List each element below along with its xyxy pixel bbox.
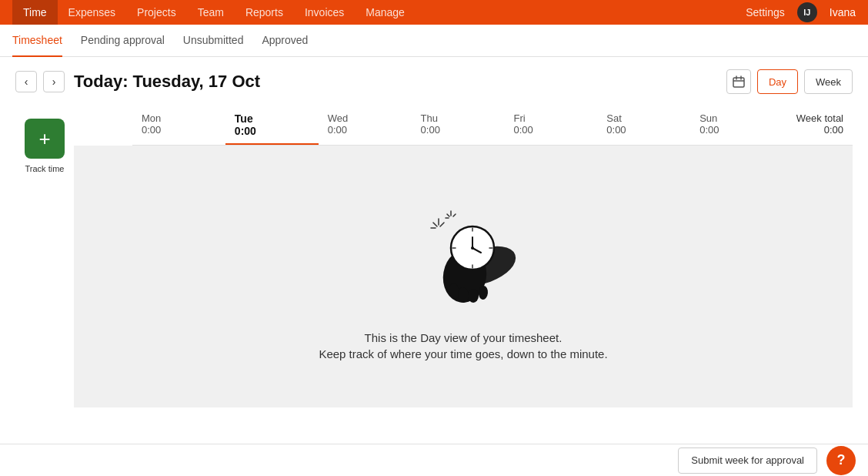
week-total: Week total 0:00	[783, 106, 853, 145]
day-wed-time: 0:00	[328, 124, 402, 136]
main-content: ‹ › Today: Tuesday, 17 Oct Day Week +	[0, 57, 868, 420]
day-thu[interactable]: Thu 0:00	[412, 106, 505, 145]
day-sat[interactable]: Sat 0:00	[597, 106, 690, 145]
day-thu-name: Thu	[421, 112, 496, 124]
prev-day-button[interactable]: ‹	[15, 71, 37, 92]
nav-item-team[interactable]: Team	[187, 0, 235, 25]
svg-line-10	[447, 214, 449, 216]
tab-unsubmitted[interactable]: Unsubmitted	[183, 25, 244, 57]
empty-state-line1: This is the Day view of your timesheet.	[365, 331, 563, 344]
svg-line-6	[433, 223, 437, 226]
nav-item-invoices[interactable]: Invoices	[294, 0, 355, 25]
day-tue-time: 0:00	[235, 125, 309, 137]
settings-link[interactable]: Settings	[746, 6, 785, 18]
user-name[interactable]: Ivana	[830, 6, 856, 18]
day-fri-time: 0:00	[513, 124, 588, 136]
day-view-button[interactable]: Day	[757, 69, 798, 94]
top-navigation: Time Expenses Projects Team Reports Invo…	[0, 0, 868, 25]
week-total-time: 0:00	[793, 124, 843, 136]
tab-pending-approval[interactable]: Pending approval	[81, 25, 165, 57]
day-mon[interactable]: Mon 0:00	[132, 106, 225, 145]
nav-right: Settings IJ Ivana	[746, 2, 856, 22]
day-wed-name: Wed	[328, 112, 402, 124]
nav-links: Time Expenses Projects Team Reports Invo…	[12, 0, 416, 25]
nav-item-expenses[interactable]: Expenses	[58, 0, 126, 25]
avatar: IJ	[797, 2, 817, 22]
day-sat-time: 0:00	[606, 124, 681, 136]
nav-item-manage[interactable]: Manage	[355, 0, 416, 25]
day-tue[interactable]: Tue 0:00	[225, 106, 319, 145]
date-nav-right: Day Week	[726, 69, 853, 94]
week-and-content: + Track time Mon 0:00 Tue 0:00 Wed 0:00	[15, 106, 853, 407]
empty-state-line2: Keep track of where your time goes, down…	[319, 347, 607, 360]
bottom-bar: Submit week for approval ?	[0, 444, 868, 476]
day-sun-time: 0:00	[699, 124, 774, 136]
empty-illustration	[402, 193, 525, 316]
nav-item-time[interactable]: Time	[12, 0, 58, 25]
submit-week-button[interactable]: Submit week for approval	[678, 448, 817, 474]
day-sat-name: Sat	[606, 112, 681, 124]
day-mon-time: 0:00	[142, 124, 216, 136]
next-day-button[interactable]: ›	[43, 71, 65, 92]
track-time-button[interactable]: +	[25, 119, 65, 159]
week-total-label: Week total	[793, 112, 843, 124]
week-content: Mon 0:00 Tue 0:00 Wed 0:00 Thu 0:00 Fri	[74, 106, 853, 407]
day-wed[interactable]: Wed 0:00	[319, 106, 412, 145]
help-button[interactable]: ?	[826, 446, 856, 475]
svg-line-7	[440, 223, 444, 226]
day-fri-name: Fri	[513, 112, 588, 124]
day-tue-name: Tue	[235, 112, 309, 125]
date-navigation: ‹ › Today: Tuesday, 17 Oct Day Week	[15, 69, 853, 94]
day-mon-name: Mon	[142, 112, 216, 124]
current-date: Today: Tuesday, 17 Oct	[74, 72, 260, 92]
sub-navigation: Timesheet Pending approval Unsubmitted A…	[0, 25, 868, 57]
tab-timesheet[interactable]: Timesheet	[12, 25, 62, 57]
empty-state: This is the Day view of your timesheet. …	[74, 146, 853, 407]
left-sidebar: + Track time	[15, 106, 74, 407]
date-nav-left: ‹ › Today: Tuesday, 17 Oct	[15, 71, 260, 92]
day-thu-time: 0:00	[421, 124, 496, 136]
nav-item-projects[interactable]: Projects	[126, 0, 187, 25]
day-sun[interactable]: Sun 0:00	[690, 106, 783, 145]
svg-point-24	[468, 289, 479, 303]
week-days-row: Mon 0:00 Tue 0:00 Wed 0:00 Thu 0:00 Fri	[132, 106, 853, 146]
svg-rect-0	[733, 78, 744, 87]
calendar-button[interactable]	[726, 69, 751, 94]
day-sun-name: Sun	[699, 112, 774, 124]
week-view-button[interactable]: Week	[804, 69, 853, 94]
day-fri[interactable]: Fri 0:00	[504, 106, 597, 145]
nav-item-reports[interactable]: Reports	[235, 0, 294, 25]
help-icon: ?	[837, 452, 846, 468]
tab-approved[interactable]: Approved	[262, 25, 308, 57]
track-time-label: Track time	[25, 163, 65, 174]
calendar-icon	[733, 75, 745, 88]
plus-icon: +	[38, 129, 50, 149]
svg-line-11	[453, 214, 456, 216]
